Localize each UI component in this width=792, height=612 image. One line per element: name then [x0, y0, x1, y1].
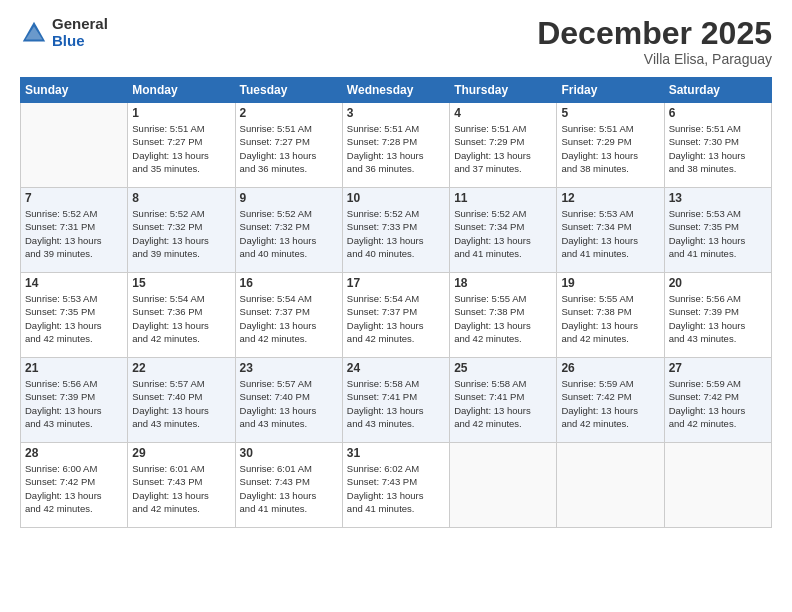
day-number: 13 — [669, 191, 767, 205]
calendar-cell: 30Sunrise: 6:01 AM Sunset: 7:43 PM Dayli… — [235, 443, 342, 528]
calendar-week-row: 21Sunrise: 5:56 AM Sunset: 7:39 PM Dayli… — [21, 358, 772, 443]
day-number: 5 — [561, 106, 659, 120]
calendar-table: SundayMondayTuesdayWednesdayThursdayFrid… — [20, 77, 772, 528]
day-number: 2 — [240, 106, 338, 120]
calendar-header-row: SundayMondayTuesdayWednesdayThursdayFrid… — [21, 78, 772, 103]
day-info: Sunrise: 5:52 AM Sunset: 7:34 PM Dayligh… — [454, 207, 552, 260]
day-info: Sunrise: 5:51 AM Sunset: 7:29 PM Dayligh… — [454, 122, 552, 175]
day-number: 9 — [240, 191, 338, 205]
day-info: Sunrise: 5:58 AM Sunset: 7:41 PM Dayligh… — [347, 377, 445, 430]
day-info: Sunrise: 5:57 AM Sunset: 7:40 PM Dayligh… — [240, 377, 338, 430]
day-info: Sunrise: 5:56 AM Sunset: 7:39 PM Dayligh… — [25, 377, 123, 430]
day-info: Sunrise: 5:51 AM Sunset: 7:30 PM Dayligh… — [669, 122, 767, 175]
calendar-cell: 5Sunrise: 5:51 AM Sunset: 7:29 PM Daylig… — [557, 103, 664, 188]
calendar-cell: 26Sunrise: 5:59 AM Sunset: 7:42 PM Dayli… — [557, 358, 664, 443]
calendar-header-thursday: Thursday — [450, 78, 557, 103]
day-number: 8 — [132, 191, 230, 205]
day-number: 1 — [132, 106, 230, 120]
day-number: 6 — [669, 106, 767, 120]
calendar-cell: 1Sunrise: 5:51 AM Sunset: 7:27 PM Daylig… — [128, 103, 235, 188]
calendar-cell: 28Sunrise: 6:00 AM Sunset: 7:42 PM Dayli… — [21, 443, 128, 528]
calendar-cell — [21, 103, 128, 188]
calendar-cell: 21Sunrise: 5:56 AM Sunset: 7:39 PM Dayli… — [21, 358, 128, 443]
day-info: Sunrise: 5:52 AM Sunset: 7:32 PM Dayligh… — [240, 207, 338, 260]
day-number: 16 — [240, 276, 338, 290]
calendar-header-friday: Friday — [557, 78, 664, 103]
calendar-cell: 29Sunrise: 6:01 AM Sunset: 7:43 PM Dayli… — [128, 443, 235, 528]
calendar-header-tuesday: Tuesday — [235, 78, 342, 103]
day-info: Sunrise: 5:59 AM Sunset: 7:42 PM Dayligh… — [561, 377, 659, 430]
day-info: Sunrise: 5:57 AM Sunset: 7:40 PM Dayligh… — [132, 377, 230, 430]
day-info: Sunrise: 5:51 AM Sunset: 7:27 PM Dayligh… — [132, 122, 230, 175]
header: General Blue December 2025 Villa Elisa, … — [20, 16, 772, 67]
day-info: Sunrise: 6:02 AM Sunset: 7:43 PM Dayligh… — [347, 462, 445, 515]
day-info: Sunrise: 5:54 AM Sunset: 7:36 PM Dayligh… — [132, 292, 230, 345]
title-block: December 2025 Villa Elisa, Paraguay — [537, 16, 772, 67]
calendar-header-wednesday: Wednesday — [342, 78, 449, 103]
calendar-cell: 13Sunrise: 5:53 AM Sunset: 7:35 PM Dayli… — [664, 188, 771, 273]
day-number: 20 — [669, 276, 767, 290]
day-number: 22 — [132, 361, 230, 375]
calendar-cell: 8Sunrise: 5:52 AM Sunset: 7:32 PM Daylig… — [128, 188, 235, 273]
calendar-cell — [557, 443, 664, 528]
day-number: 31 — [347, 446, 445, 460]
day-number: 10 — [347, 191, 445, 205]
calendar-cell: 25Sunrise: 5:58 AM Sunset: 7:41 PM Dayli… — [450, 358, 557, 443]
calendar-cell: 17Sunrise: 5:54 AM Sunset: 7:37 PM Dayli… — [342, 273, 449, 358]
month-title: December 2025 — [537, 16, 772, 51]
day-info: Sunrise: 5:52 AM Sunset: 7:33 PM Dayligh… — [347, 207, 445, 260]
calendar-cell: 18Sunrise: 5:55 AM Sunset: 7:38 PM Dayli… — [450, 273, 557, 358]
calendar-cell: 11Sunrise: 5:52 AM Sunset: 7:34 PM Dayli… — [450, 188, 557, 273]
day-number: 4 — [454, 106, 552, 120]
calendar-cell: 14Sunrise: 5:53 AM Sunset: 7:35 PM Dayli… — [21, 273, 128, 358]
calendar-cell: 20Sunrise: 5:56 AM Sunset: 7:39 PM Dayli… — [664, 273, 771, 358]
day-info: Sunrise: 5:54 AM Sunset: 7:37 PM Dayligh… — [240, 292, 338, 345]
logo: General Blue — [20, 16, 108, 49]
day-number: 27 — [669, 361, 767, 375]
calendar-cell: 15Sunrise: 5:54 AM Sunset: 7:36 PM Dayli… — [128, 273, 235, 358]
calendar-week-row: 1Sunrise: 5:51 AM Sunset: 7:27 PM Daylig… — [21, 103, 772, 188]
day-number: 26 — [561, 361, 659, 375]
day-info: Sunrise: 5:53 AM Sunset: 7:35 PM Dayligh… — [25, 292, 123, 345]
day-info: Sunrise: 6:01 AM Sunset: 7:43 PM Dayligh… — [240, 462, 338, 515]
day-number: 25 — [454, 361, 552, 375]
calendar-cell: 10Sunrise: 5:52 AM Sunset: 7:33 PM Dayli… — [342, 188, 449, 273]
day-info: Sunrise: 5:55 AM Sunset: 7:38 PM Dayligh… — [561, 292, 659, 345]
day-info: Sunrise: 5:53 AM Sunset: 7:35 PM Dayligh… — [669, 207, 767, 260]
day-info: Sunrise: 5:52 AM Sunset: 7:32 PM Dayligh… — [132, 207, 230, 260]
day-number: 3 — [347, 106, 445, 120]
day-info: Sunrise: 5:51 AM Sunset: 7:27 PM Dayligh… — [240, 122, 338, 175]
logo-text: General Blue — [52, 16, 108, 49]
calendar-cell: 3Sunrise: 5:51 AM Sunset: 7:28 PM Daylig… — [342, 103, 449, 188]
day-number: 30 — [240, 446, 338, 460]
day-number: 24 — [347, 361, 445, 375]
calendar-cell: 9Sunrise: 5:52 AM Sunset: 7:32 PM Daylig… — [235, 188, 342, 273]
day-number: 12 — [561, 191, 659, 205]
calendar-cell: 31Sunrise: 6:02 AM Sunset: 7:43 PM Dayli… — [342, 443, 449, 528]
calendar-week-row: 14Sunrise: 5:53 AM Sunset: 7:35 PM Dayli… — [21, 273, 772, 358]
calendar-week-row: 7Sunrise: 5:52 AM Sunset: 7:31 PM Daylig… — [21, 188, 772, 273]
calendar-header-saturday: Saturday — [664, 78, 771, 103]
day-info: Sunrise: 5:54 AM Sunset: 7:37 PM Dayligh… — [347, 292, 445, 345]
day-info: Sunrise: 6:01 AM Sunset: 7:43 PM Dayligh… — [132, 462, 230, 515]
day-number: 21 — [25, 361, 123, 375]
day-number: 15 — [132, 276, 230, 290]
calendar-header-sunday: Sunday — [21, 78, 128, 103]
day-number: 11 — [454, 191, 552, 205]
calendar-cell: 6Sunrise: 5:51 AM Sunset: 7:30 PM Daylig… — [664, 103, 771, 188]
day-number: 17 — [347, 276, 445, 290]
calendar-cell: 2Sunrise: 5:51 AM Sunset: 7:27 PM Daylig… — [235, 103, 342, 188]
day-info: Sunrise: 5:52 AM Sunset: 7:31 PM Dayligh… — [25, 207, 123, 260]
day-info: Sunrise: 5:55 AM Sunset: 7:38 PM Dayligh… — [454, 292, 552, 345]
day-info: Sunrise: 5:51 AM Sunset: 7:28 PM Dayligh… — [347, 122, 445, 175]
day-info: Sunrise: 5:58 AM Sunset: 7:41 PM Dayligh… — [454, 377, 552, 430]
calendar-cell: 12Sunrise: 5:53 AM Sunset: 7:34 PM Dayli… — [557, 188, 664, 273]
day-number: 28 — [25, 446, 123, 460]
day-number: 19 — [561, 276, 659, 290]
day-info: Sunrise: 6:00 AM Sunset: 7:42 PM Dayligh… — [25, 462, 123, 515]
subtitle: Villa Elisa, Paraguay — [537, 51, 772, 67]
logo-general-text: General — [52, 16, 108, 33]
day-number: 7 — [25, 191, 123, 205]
calendar-cell — [664, 443, 771, 528]
calendar-cell: 19Sunrise: 5:55 AM Sunset: 7:38 PM Dayli… — [557, 273, 664, 358]
